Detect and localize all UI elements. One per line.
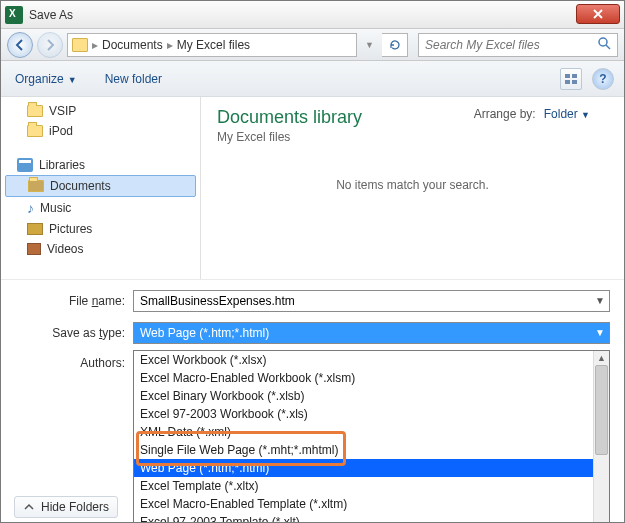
- file-type-option[interactable]: Excel Template (*.xltx): [134, 477, 609, 495]
- chevron-up-icon: [23, 501, 35, 513]
- sidebar-item-label: Libraries: [39, 158, 85, 172]
- sidebar-item-music[interactable]: ♪Music: [1, 197, 200, 219]
- svg-rect-1: [565, 74, 570, 78]
- form-area: File name: SmallBusinessExpenses.htm ▼ S…: [1, 279, 624, 380]
- authors-label: Authors:: [15, 354, 125, 370]
- empty-message: No items match your search.: [217, 178, 608, 192]
- save-as-type-value: Web Page (*.htm;*.html): [140, 326, 269, 340]
- close-icon: [593, 9, 603, 19]
- new-folder-button[interactable]: New folder: [105, 72, 162, 86]
- content-heading: Documents library: [217, 107, 362, 128]
- sidebar: VSIP iPod Libraries Documents ♪Music Pic…: [1, 97, 201, 279]
- file-type-option[interactable]: Excel Macro-Enabled Template (*.xltm): [134, 495, 609, 513]
- file-type-option[interactable]: Single File Web Page (*.mht;*.mhtml): [134, 441, 609, 459]
- save-as-type-select[interactable]: Web Page (*.htm;*.html) ▼: [133, 322, 610, 344]
- help-button[interactable]: ?: [592, 68, 614, 90]
- file-type-option[interactable]: Excel Workbook (*.xlsx): [134, 351, 609, 369]
- libraries-icon: [17, 158, 33, 172]
- file-type-option[interactable]: Excel Binary Workbook (*.xlsb): [134, 387, 609, 405]
- music-icon: ♪: [27, 200, 34, 216]
- content-subheading: My Excel files: [217, 130, 362, 144]
- filename-value: SmallBusinessExpenses.htm: [140, 294, 295, 308]
- sidebar-item-label: VSIP: [49, 104, 76, 118]
- sidebar-item-label: Pictures: [49, 222, 92, 236]
- scrollbar[interactable]: ▲ ▼: [593, 351, 609, 523]
- sidebar-item-label: iPod: [49, 124, 73, 138]
- chevron-right-icon: ▸: [92, 38, 98, 52]
- sidebar-item-vsip[interactable]: VSIP: [1, 101, 200, 121]
- chevron-down-icon: ▼: [581, 110, 590, 120]
- arrange-by[interactable]: Arrange by: Folder ▼: [474, 107, 590, 121]
- file-type-dropdown[interactable]: Excel Workbook (*.xlsx)Excel Macro-Enabl…: [133, 350, 610, 523]
- file-type-option[interactable]: Excel 97-2003 Workbook (*.xls): [134, 405, 609, 423]
- svg-rect-2: [572, 74, 577, 78]
- file-type-option[interactable]: Excel Macro-Enabled Workbook (*.xlsm): [134, 369, 609, 387]
- sidebar-item-label: Videos: [47, 242, 83, 256]
- arrange-label: Arrange by:: [474, 107, 536, 121]
- forward-button[interactable]: [37, 32, 63, 58]
- arrow-right-icon: [43, 38, 57, 52]
- arrow-left-icon: [13, 38, 27, 52]
- sidebar-item-pictures[interactable]: Pictures: [1, 219, 200, 239]
- hide-folders-button[interactable]: Hide Folders: [14, 496, 118, 518]
- scroll-thumb[interactable]: [595, 365, 608, 455]
- search-input[interactable]: [425, 38, 593, 52]
- chevron-down-icon: ▼: [595, 295, 605, 306]
- filename-input[interactable]: SmallBusinessExpenses.htm ▼: [133, 290, 610, 312]
- scroll-up-arrow[interactable]: ▲: [594, 351, 609, 365]
- save-as-type-label: Save as type:: [15, 326, 125, 340]
- refresh-button[interactable]: [382, 33, 408, 57]
- pictures-icon: [27, 223, 43, 235]
- close-button[interactable]: [576, 4, 620, 24]
- folder-icon: [72, 38, 88, 52]
- sidebar-item-ipod[interactable]: iPod: [1, 121, 200, 141]
- arrange-value: Folder: [544, 107, 578, 121]
- file-type-option[interactable]: XML Data (*.xml): [134, 423, 609, 441]
- folder-icon: [27, 125, 43, 137]
- chevron-down-icon: ▼: [595, 327, 605, 338]
- chevron-right-icon: ▸: [167, 38, 173, 52]
- main-area: VSIP iPod Libraries Documents ♪Music Pic…: [1, 97, 624, 279]
- navbar: ▸ Documents ▸ My Excel files ▼: [1, 29, 624, 61]
- chevron-down-icon: ▼: [68, 75, 77, 85]
- breadcrumb[interactable]: ▸ Documents ▸ My Excel files: [67, 33, 357, 57]
- toolbar: Organize▼ New folder ?: [1, 61, 624, 97]
- sidebar-item-label: Documents: [50, 179, 111, 193]
- videos-icon: [27, 243, 41, 255]
- svg-rect-4: [572, 80, 577, 84]
- file-type-option[interactable]: Web Page (*.htm;*.html): [134, 459, 609, 477]
- file-type-option[interactable]: Excel 97-2003 Template (*.xlt): [134, 513, 609, 523]
- search-icon: [597, 36, 611, 53]
- filename-label: File name:: [15, 294, 125, 308]
- hide-folders-label: Hide Folders: [41, 500, 109, 514]
- refresh-icon: [388, 38, 402, 52]
- breadcrumb-segment[interactable]: My Excel files: [177, 38, 250, 52]
- documents-icon: [28, 180, 44, 192]
- view-button[interactable]: [560, 68, 582, 90]
- help-icon: ?: [599, 72, 606, 86]
- back-button[interactable]: [7, 32, 33, 58]
- search-box[interactable]: [418, 33, 618, 57]
- sidebar-item-label: Music: [40, 201, 71, 215]
- chevron-down-icon[interactable]: ▼: [365, 40, 374, 50]
- folder-icon: [27, 105, 43, 117]
- content-pane: Documents library My Excel files Arrange…: [201, 97, 624, 279]
- breadcrumb-segment[interactable]: Documents: [102, 38, 163, 52]
- window-title: Save As: [29, 8, 73, 22]
- sidebar-item-libraries[interactable]: Libraries: [1, 155, 200, 175]
- view-icon: [564, 73, 578, 85]
- svg-rect-3: [565, 80, 570, 84]
- organize-button[interactable]: Organize▼: [15, 72, 77, 86]
- excel-icon: [5, 6, 23, 24]
- svg-point-0: [599, 38, 607, 46]
- titlebar: Save As: [1, 1, 624, 29]
- sidebar-item-documents[interactable]: Documents: [5, 175, 196, 197]
- sidebar-item-videos[interactable]: Videos: [1, 239, 200, 259]
